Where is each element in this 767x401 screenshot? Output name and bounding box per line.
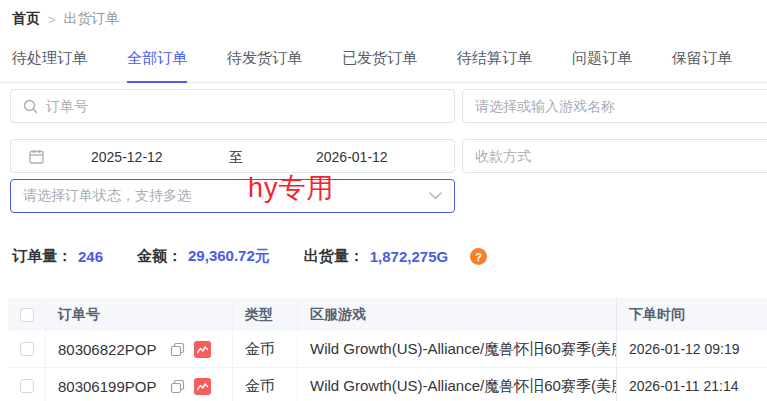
date-range-picker[interactable]: 2025-12-12 至 2026-01-12 [10,139,455,173]
order-time-cell: 2026-01-11 21:14 [616,368,767,401]
shipment-label: 出货量： [304,247,364,266]
order-count-value: 246 [78,248,103,265]
order-number-input[interactable] [46,98,442,114]
help-icon[interactable]: ? [470,248,487,265]
amount-value: 29,360.72元 [188,247,270,266]
date-start-value[interactable]: 2025-12-12 [91,149,163,165]
date-end-value[interactable]: 2026-01-12 [316,149,388,165]
tab-to-ship-orders[interactable]: 待发货订单 [227,49,302,82]
order-no-text: 80306822POP [58,341,156,358]
orders-table: 订单号 类型 区服游戏 下单时间 80306822POP 金币 Wild Gro… [8,298,767,401]
order-status-placeholder: 请选择订单状态，支持多选 [23,187,191,205]
order-tabs: 待处理订单 全部订单 待发货订单 已发货订单 待结算订单 问题订单 保留订单 [0,49,767,83]
order-type-cell: 金币 [233,368,298,401]
row-checkbox[interactable] [20,379,34,393]
tab-shipped-orders[interactable]: 已发货订单 [342,49,417,82]
amount-label: 金额： [137,247,182,266]
order-count-label: 订单量： [12,247,72,266]
order-no-text: 80306199POP [58,378,156,395]
tab-all-orders[interactable]: 全部订单 [127,49,187,83]
date-range-to-label: 至 [229,149,243,167]
tab-to-settle-orders[interactable]: 待结算订单 [457,49,532,82]
order-type-cell: 金币 [233,331,298,367]
tab-pending-orders[interactable]: 待处理订单 [12,49,87,82]
game-cell: Wild Growth(US)-Alliance/魔兽怀旧60赛季(美服) [298,331,617,367]
stats-bar: 订单量： 246 金额： 29,360.72元 出货量： 1,872,275G … [12,247,487,266]
order-no-cell: 80306199POP [46,368,233,401]
image-badge-icon[interactable] [194,378,211,395]
order-no-cell: 80306822POP [46,331,233,367]
header-game: 区服游戏 [298,298,617,331]
payment-method-select[interactable] [462,139,767,173]
select-all-checkbox[interactable] [20,308,34,322]
tab-problem-orders[interactable]: 问题订单 [572,49,632,82]
order-time-cell: 2026-01-12 09:19 [616,331,767,367]
order-status-multiselect[interactable]: 请选择订单状态，支持多选 [10,179,455,213]
shipping-orders-page: 首页 > 出货订单 待处理订单 全部订单 待发货订单 已发货订单 待结算订单 问… [0,0,767,401]
watermark-text: hy专用 [248,170,335,206]
chevron-down-icon[interactable] [429,192,442,200]
search-icon [23,99,38,114]
header-type: 类型 [233,298,298,331]
tab-reserved-orders[interactable]: 保留订单 [672,49,732,82]
row-checkbox[interactable] [20,342,34,356]
game-name-input[interactable] [475,98,767,114]
copy-icon[interactable] [170,379,185,394]
breadcrumb: 首页 > 出货订单 [12,10,120,28]
table-header-row: 订单号 类型 区服游戏 下单时间 [8,298,767,331]
game-name-search [462,89,767,123]
shipment-value: 1,872,275G [370,248,448,265]
game-cell: Wild Growth(US)-Alliance/魔兽怀旧60赛季(美服) [298,368,617,401]
breadcrumb-home[interactable]: 首页 [12,10,40,28]
table-row[interactable]: 80306199POP 金币 Wild Growth(US)-Alliance/… [8,368,767,401]
table-row[interactable]: 80306822POP 金币 Wild Growth(US)-Alliance/… [8,331,767,368]
payment-method-input[interactable] [475,148,767,164]
row-select-cell [8,331,46,367]
calendar-icon [29,149,44,164]
breadcrumb-separator-icon: > [48,12,56,27]
header-order-time: 下单时间 [616,298,767,331]
select-all-cell [8,298,46,331]
order-number-search [10,89,455,123]
row-select-cell [8,368,46,401]
breadcrumb-current: 出货订单 [64,10,120,28]
copy-icon[interactable] [170,342,185,357]
header-order-no: 订单号 [46,298,233,331]
image-badge-icon[interactable] [194,341,211,358]
